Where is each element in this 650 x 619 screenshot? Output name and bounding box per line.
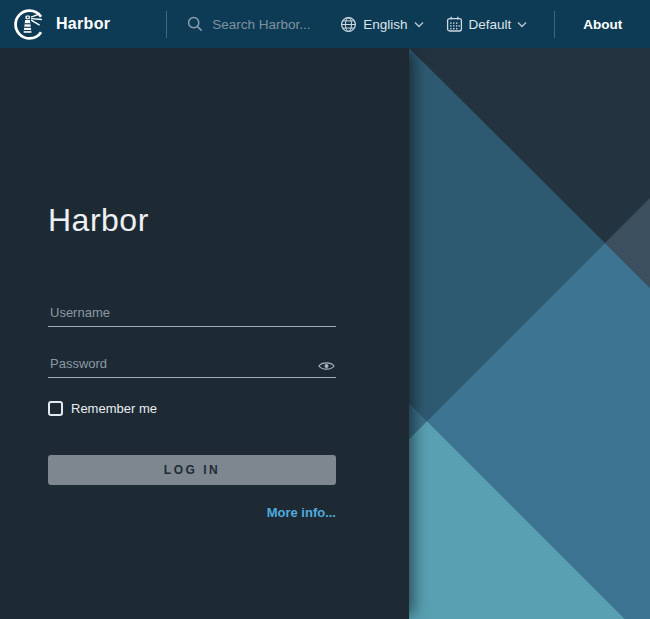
- theme-dropdown[interactable]: Default: [446, 16, 528, 33]
- page-title: Harbor: [48, 202, 336, 238]
- language-dropdown[interactable]: English: [340, 16, 423, 33]
- main-area: Harbor Remember me LOG IN More: [0, 48, 650, 619]
- remember-me-row: Remember me: [48, 401, 336, 416]
- navbar-divider: [554, 11, 555, 38]
- about-link[interactable]: About: [583, 17, 622, 32]
- globe-icon: [340, 16, 357, 33]
- chevron-down-icon: [517, 21, 527, 28]
- brand-title: Harbor: [56, 15, 110, 33]
- navbar-search: [187, 16, 340, 33]
- brand-home-link[interactable]: Harbor: [13, 8, 110, 41]
- chevron-down-icon: [414, 21, 424, 28]
- login-panel: Harbor Remember me LOG IN More: [0, 48, 409, 619]
- top-navbar: Harbor English: [0, 0, 650, 48]
- search-input[interactable]: [210, 16, 340, 33]
- show-password-eye-icon[interactable]: [318, 360, 335, 372]
- login-button[interactable]: LOG IN: [48, 455, 336, 485]
- language-label: English: [363, 17, 407, 32]
- username-field-wrapper: [48, 303, 336, 327]
- search-icon: [187, 16, 210, 32]
- calendar-grid-icon: [446, 16, 463, 33]
- theme-label: Default: [469, 17, 512, 32]
- remember-me-checkbox[interactable]: [48, 401, 63, 416]
- login-form: Harbor Remember me LOG IN More: [48, 202, 336, 521]
- harbor-lighthouse-logo-icon: [13, 8, 46, 41]
- more-info-row: More info...: [48, 503, 336, 521]
- more-info-link[interactable]: More info...: [267, 505, 336, 520]
- password-input[interactable]: [48, 354, 336, 377]
- username-input[interactable]: [48, 303, 336, 326]
- navbar-divider: [166, 11, 167, 38]
- remember-me-label[interactable]: Remember me: [71, 401, 157, 416]
- password-field-wrapper: [48, 354, 336, 378]
- background-art: [409, 48, 650, 619]
